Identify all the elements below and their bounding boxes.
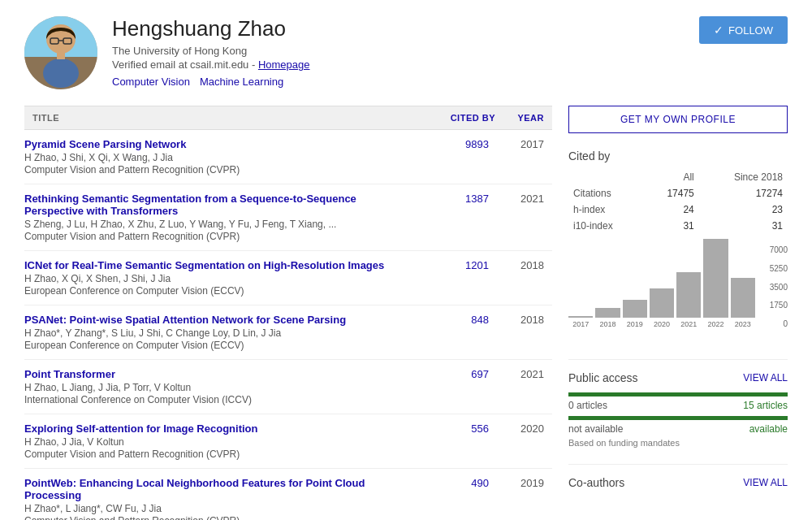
- stat-label: h-index: [568, 202, 643, 218]
- papers-table-header: TITLE CITED BY YEAR: [24, 106, 552, 130]
- stat-label: Citations: [568, 185, 643, 202]
- tag-computer-vision[interactable]: Computer Vision: [112, 76, 190, 88]
- public-access-view-all[interactable]: VIEW ALL: [743, 372, 788, 384]
- paper-title[interactable]: Pyramid Scene Parsing Network: [24, 138, 409, 150]
- not-avail-bar-label: not available: [568, 423, 623, 435]
- access-labels: 0 articles 15 articles: [568, 400, 788, 411]
- bar-col: 2018: [595, 308, 620, 328]
- paper-venue: Computer Vision and Pattern Recognition …: [24, 448, 409, 460]
- col-year-header: YEAR: [495, 113, 544, 123]
- co-authors-view-all[interactable]: VIEW ALL: [743, 477, 788, 488]
- available-label[interactable]: 15 articles: [743, 400, 788, 411]
- paper-year: 2021: [495, 193, 544, 205]
- paper-title[interactable]: ICNet for Real-Time Semantic Segmentatio…: [24, 259, 409, 271]
- bar-col: 2019: [623, 300, 647, 328]
- paper-venue: International Conference on Computer Vis…: [24, 394, 409, 405]
- paper-authors: H Zhao, X Qi, X Shen, J Shi, J Jia: [24, 273, 409, 284]
- paper-venue: Computer Vision and Pattern Recognition …: [24, 231, 409, 242]
- paper-year: 2018: [495, 314, 544, 326]
- paper-info: ICNet for Real-Time Semantic Segmentatio…: [24, 259, 409, 297]
- access-bar-available: [568, 392, 788, 396]
- stats-table: All Since 2018 Citations1747517274h-inde…: [568, 169, 788, 234]
- get-profile-button[interactable]: GET MY OWN PROFILE: [568, 106, 788, 133]
- public-access-title: Public access: [568, 371, 638, 384]
- paper-info: PointWeb: Enhancing Local Neighborhood F…: [24, 477, 409, 520]
- paper-row: Point Transformer H Zhao, L Jiang, J Jia…: [24, 360, 552, 414]
- bar-col: 2023: [731, 278, 755, 328]
- stat-all: 17475: [643, 185, 699, 202]
- paper-title[interactable]: PointWeb: Enhancing Local Neighborhood F…: [24, 477, 409, 501]
- access-note: Based on funding mandates: [568, 438, 788, 448]
- paper-title[interactable]: PSANet: Point-wise Spatial Attention Net…: [24, 314, 409, 326]
- stats-col-since: Since 2018: [699, 169, 788, 185]
- access-bar: [568, 392, 788, 396]
- bar-year-label: 2019: [627, 320, 643, 328]
- stats-row: h-index2423: [568, 202, 788, 218]
- y-axis-label: 0: [770, 319, 788, 328]
- stat-label: i10-index: [568, 218, 643, 234]
- chart-y-labels: 70005250350017500: [770, 245, 788, 328]
- bar-col: 2022: [703, 239, 728, 328]
- right-panel: GET MY OWN PROFILE Cited by All Since 20…: [568, 106, 788, 520]
- y-axis-label: 1750: [770, 301, 788, 310]
- paper-info: Exploring Self-attention for Image Recog…: [24, 422, 409, 460]
- paper-venue: Computer Vision and Pattern Recognition …: [24, 164, 409, 176]
- bar-year-label: 2023: [735, 320, 751, 328]
- bar: [595, 308, 620, 318]
- paper-row: Exploring Self-attention for Image Recog…: [24, 414, 552, 469]
- profile-email: Verified email at csail.mit.edu - Homepa…: [112, 58, 685, 71]
- paper-authors: H Zhao*, L Jiang*, CW Fu, J Jia: [24, 503, 409, 514]
- avatar: [24, 16, 97, 89]
- y-axis-label: 3500: [770, 283, 788, 292]
- profile-institution: The University of Hong Kong: [112, 45, 685, 57]
- paper-info: Pyramid Scene Parsing Network H Zhao, J …: [24, 138, 409, 176]
- paper-row: ICNet for Real-Time Semantic Segmentatio…: [24, 251, 552, 306]
- paper-title[interactable]: Point Transformer: [24, 368, 409, 380]
- stats-row: i10-index3131: [568, 218, 788, 234]
- paper-title[interactable]: Exploring Self-attention for Image Recog…: [24, 422, 409, 435]
- bar: [703, 239, 728, 318]
- paper-venue: European Conference on Computer Vision (…: [24, 340, 409, 351]
- paper-venue: European Conference on Computer Vision (…: [24, 285, 409, 297]
- co-authors-section: Co-authors VIEW ALL: [568, 464, 788, 489]
- col-title-header: TITLE: [32, 113, 422, 123]
- paper-row: PointWeb: Enhancing Local Neighborhood F…: [24, 469, 552, 520]
- not-available-label: 0 articles: [568, 400, 607, 411]
- papers-list: Pyramid Scene Parsing Network H Zhao, J …: [24, 130, 552, 520]
- y-axis-label: 5250: [770, 264, 788, 273]
- check-icon: ✓: [714, 24, 723, 37]
- paper-cited-count[interactable]: 848: [416, 314, 489, 326]
- col-cited-header: CITED BY: [422, 113, 495, 123]
- paper-cited-count[interactable]: 1387: [416, 193, 489, 205]
- bar-year-label: 2020: [654, 320, 670, 328]
- paper-title[interactable]: Rethinking Semantic Segmentation from a …: [24, 193, 409, 217]
- paper-venue: Computer Vision and Pattern Recognition …: [24, 515, 409, 520]
- tag-machine-learning[interactable]: Machine Learning: [200, 76, 283, 88]
- stats-col-all: All: [643, 169, 699, 185]
- paper-cited-count[interactable]: 697: [416, 368, 489, 380]
- paper-cited-count[interactable]: 490: [416, 477, 489, 489]
- stat-all: 24: [643, 202, 699, 218]
- access-bar-labels: not available available: [568, 423, 788, 435]
- paper-cited-count[interactable]: 556: [416, 422, 489, 435]
- paper-info: Rethinking Semantic Segmentation from a …: [24, 193, 409, 242]
- stat-since: 23: [699, 202, 788, 218]
- bar-col: 2021: [676, 272, 701, 328]
- profile-name: Hengshuang Zhao: [112, 16, 685, 41]
- paper-authors: H Zhao*, Y Zhang*, S Liu, J Shi, C Chang…: [24, 327, 409, 339]
- paper-cited-count[interactable]: 9893: [416, 138, 489, 150]
- paper-cited-count[interactable]: 1201: [416, 259, 489, 271]
- access-bar-container: 0 articles 15 articles not available ava…: [568, 392, 788, 435]
- bar-col: 2020: [650, 288, 674, 328]
- follow-button[interactable]: ✓ FOLLOW: [699, 16, 788, 44]
- bar-year-label: 2017: [572, 320, 589, 328]
- paper-authors: H Zhao, L Jiang, J Jia, P Torr, V Koltun: [24, 382, 409, 393]
- homepage-link[interactable]: Homepage: [258, 58, 310, 71]
- paper-authors: H Zhao, J Jia, V Koltun: [24, 436, 409, 448]
- paper-info: PSANet: Point-wise Spatial Attention Net…: [24, 314, 409, 351]
- bar: [731, 278, 755, 318]
- paper-year: 2018: [495, 259, 544, 271]
- paper-year: 2020: [495, 422, 544, 435]
- stat-since: 17274: [699, 185, 788, 202]
- bar-col: 2017: [568, 316, 593, 328]
